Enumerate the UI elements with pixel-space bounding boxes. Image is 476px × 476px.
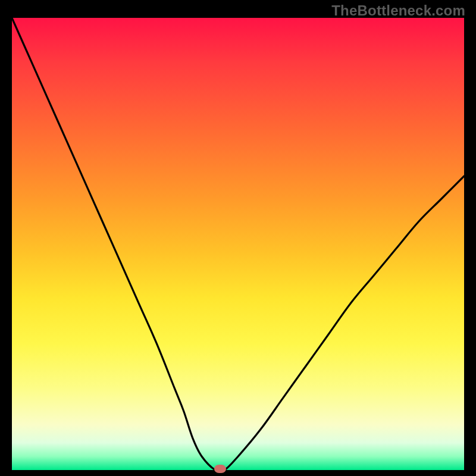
curve-svg (12, 18, 464, 470)
chart-frame: TheBottleneck.com (0, 0, 476, 476)
plot-area (12, 18, 464, 470)
bottleneck-curve-path (12, 18, 464, 470)
watermark-label: TheBottleneck.com (331, 2, 465, 19)
optimum-marker (214, 465, 226, 473)
